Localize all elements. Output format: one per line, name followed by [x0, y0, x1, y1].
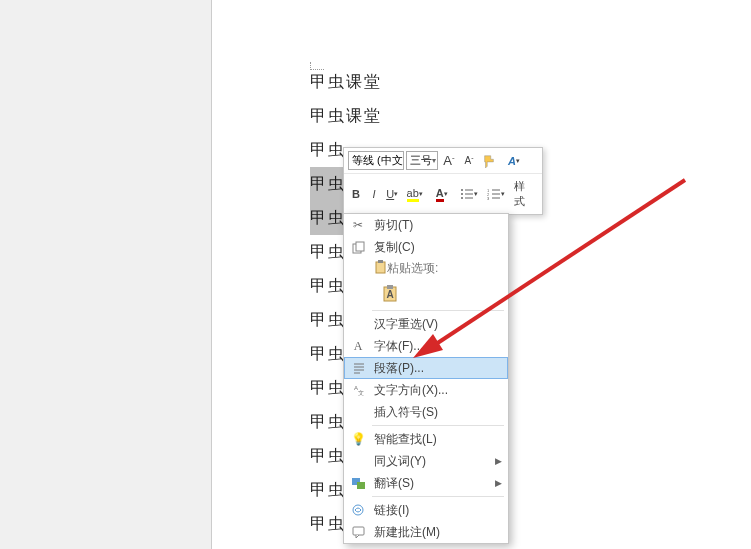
- format-painter-button[interactable]: [480, 152, 498, 170]
- svg-text:文: 文: [358, 389, 364, 396]
- translate-icon: [350, 475, 366, 491]
- bullet-list-button[interactable]: ▾: [456, 185, 481, 203]
- text-color-button[interactable]: A▾: [429, 185, 454, 203]
- shrink-font-button[interactable]: Aˇ: [460, 152, 478, 170]
- svg-rect-28: [353, 527, 364, 535]
- chevron-right-icon: ▶: [495, 478, 502, 488]
- highlight-button[interactable]: ab▾: [402, 185, 427, 203]
- svg-point-4: [461, 197, 463, 199]
- menu-translate-label: 翻译(S): [374, 475, 414, 492]
- link-icon: [350, 502, 366, 518]
- font-size-combo[interactable]: 三号▾: [406, 151, 438, 170]
- paste-options-text: 粘贴选项:: [387, 260, 438, 277]
- menu-cut-label: 剪切(T): [374, 217, 413, 234]
- svg-text:A: A: [386, 289, 393, 300]
- text-line-selected[interactable]: 甲虫: [310, 167, 346, 201]
- menu-copy-label: 复制(C): [374, 239, 415, 256]
- font-size-value: 三号: [410, 153, 432, 168]
- chevron-right-icon: ▶: [495, 456, 502, 466]
- font-name-combo[interactable]: 等线 (中文▾: [348, 151, 404, 170]
- menu-reselect-hanzi[interactable]: 汉字重选(V): [344, 313, 508, 335]
- page-margin-marker: [310, 62, 324, 70]
- text-line-selected[interactable]: 甲虫: [310, 201, 346, 235]
- menu-text-direction[interactable]: A文 文字方向(X)...: [344, 379, 508, 401]
- context-menu: ✂ 剪切(T) 复制(C) 粘贴选项: A 汉字重选(V) A 字体(F)...…: [343, 213, 509, 544]
- mini-toolbar: 等线 (中文▾ 三号▾ Aˆ Aˇ A▾ B I U▾ ab▾ A▾ ▾ 123…: [343, 147, 543, 215]
- paste-keep-text-button[interactable]: A: [378, 280, 404, 306]
- menu-new-comment-label: 新建批注(M): [374, 524, 440, 541]
- menu-new-comment[interactable]: 新建批注(M): [344, 521, 508, 543]
- styles-button[interactable]: 样式: [510, 177, 538, 211]
- menu-copy[interactable]: 复制(C): [344, 236, 508, 258]
- menu-smart-lookup-label: 智能查找(L): [374, 431, 437, 448]
- lightbulb-icon: 💡: [350, 431, 366, 447]
- menu-cut[interactable]: ✂ 剪切(T): [344, 214, 508, 236]
- menu-insert-symbol[interactable]: 插入符号(S): [344, 401, 508, 423]
- navigation-sidebar: [0, 0, 211, 549]
- number-list-button[interactable]: 123▾: [483, 185, 508, 203]
- menu-separator: [372, 425, 504, 426]
- menu-smart-lookup[interactable]: 💡 智能查找(L): [344, 428, 508, 450]
- menu-separator: [372, 310, 504, 311]
- font-color-button[interactable]: A▾: [500, 152, 528, 170]
- menu-synonyms-label: 同义词(Y): [374, 453, 426, 470]
- text-line[interactable]: 甲虫课堂: [310, 65, 751, 99]
- bold-button[interactable]: B: [348, 185, 364, 203]
- svg-rect-13: [356, 242, 364, 251]
- menu-reselect-label: 汉字重选(V): [374, 316, 438, 333]
- comment-icon: [350, 524, 366, 540]
- font-icon: A: [350, 338, 366, 354]
- menu-insert-symbol-label: 插入符号(S): [374, 404, 438, 421]
- svg-point-2: [461, 193, 463, 195]
- menu-link[interactable]: 链接(I): [344, 499, 508, 521]
- menu-link-label: 链接(I): [374, 502, 409, 519]
- scissors-icon: ✂: [350, 217, 366, 233]
- svg-rect-14: [376, 262, 385, 273]
- menu-separator: [372, 496, 504, 497]
- menu-synonyms[interactable]: 同义词(Y) ▶: [344, 450, 508, 472]
- text-direction-icon: A文: [350, 382, 366, 398]
- menu-font[interactable]: A 字体(F)...: [344, 335, 508, 357]
- italic-button[interactable]: I: [366, 185, 382, 203]
- clipboard-icon: [374, 260, 387, 277]
- paste-options-label: 粘贴选项:: [344, 258, 508, 278]
- svg-text:3: 3: [487, 196, 490, 200]
- svg-rect-26: [357, 482, 365, 489]
- menu-paragraph[interactable]: 段落(P)...: [344, 357, 508, 379]
- menu-font-label: 字体(F)...: [374, 338, 423, 355]
- svg-point-0: [461, 189, 463, 191]
- menu-paragraph-label: 段落(P)...: [374, 360, 424, 377]
- menu-translate[interactable]: 翻译(S) ▶: [344, 472, 508, 494]
- paragraph-icon: [351, 360, 367, 376]
- font-name-value: 等线 (中文: [352, 153, 403, 168]
- menu-text-direction-label: 文字方向(X)...: [374, 382, 448, 399]
- svg-rect-15: [378, 260, 383, 263]
- underline-button[interactable]: U▾: [384, 185, 400, 203]
- text-line[interactable]: 甲虫课堂: [310, 99, 751, 133]
- copy-icon: [350, 239, 366, 255]
- grow-font-button[interactable]: Aˆ: [440, 152, 458, 170]
